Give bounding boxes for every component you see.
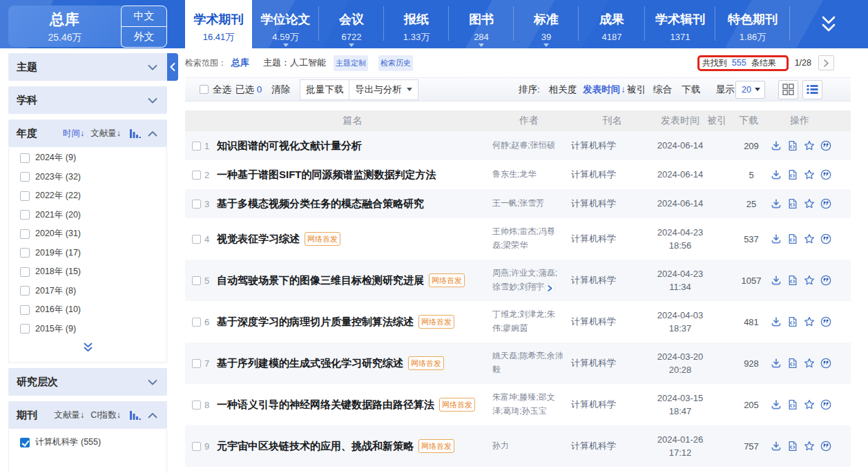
- chevron-down-icon[interactable]: [148, 379, 157, 385]
- filter-panel-year-header[interactable]: 年度 时间↓ 文献量↓: [8, 119, 167, 147]
- lang-tab-foreign[interactable]: 外文: [121, 26, 167, 48]
- list-view-button[interactable]: [802, 80, 822, 99]
- sort-option-综合[interactable]: 综合: [653, 84, 672, 96]
- checkbox[interactable]: [20, 248, 30, 258]
- database-tab-图书[interactable]: 图书 284: [449, 0, 514, 48]
- filter-checkbox-item[interactable]: 2015年 (9): [9, 320, 166, 339]
- year-sort-by-count[interactable]: 文献量↓: [90, 128, 121, 139]
- select-all-checkbox[interactable]: [200, 85, 209, 94]
- chevron-up-icon[interactable]: [148, 412, 157, 418]
- grid-view-button[interactable]: [778, 80, 798, 99]
- collect-star-icon[interactable]: [804, 441, 815, 452]
- checkbox[interactable]: [20, 172, 30, 182]
- sort-option-相关度[interactable]: 相关度: [549, 84, 577, 96]
- database-tab-特色期刊[interactable]: 特色期刊 1.86万: [715, 0, 790, 48]
- article-title-link[interactable]: 自动驾驶场景下的图像三维目标检测研究进展: [217, 273, 424, 287]
- clear-selection-button[interactable]: 清除: [271, 84, 290, 96]
- select-all-control[interactable]: 全选: [200, 84, 231, 96]
- row-checkbox[interactable]: [192, 200, 201, 209]
- html-read-icon[interactable]: [787, 275, 798, 286]
- quote-icon[interactable]: [820, 140, 831, 151]
- checkbox[interactable]: [20, 191, 30, 201]
- download-icon[interactable]: [771, 399, 782, 410]
- filter-checkbox-item[interactable]: 2022年 (22): [9, 186, 166, 206]
- chevron-down-icon[interactable]: [148, 97, 157, 104]
- next-page-button[interactable]: [818, 55, 834, 70]
- chevron-up-icon[interactable]: [148, 131, 157, 137]
- quote-icon[interactable]: [820, 441, 831, 452]
- quote-icon[interactable]: [820, 358, 831, 369]
- journal-link[interactable]: 计算机科学: [571, 233, 653, 245]
- authors-cell[interactable]: 孙力: [487, 439, 571, 453]
- checkbox[interactable]: [20, 286, 30, 296]
- scope-value[interactable]: 总库: [231, 57, 249, 69]
- download-icon[interactable]: [771, 233, 782, 244]
- journal-link[interactable]: 计算机科学: [571, 168, 653, 181]
- expand-more-years-button[interactable]: [9, 338, 166, 356]
- html-read-icon[interactable]: [787, 169, 798, 180]
- html-read-icon[interactable]: [787, 399, 798, 410]
- filter-panel-topic-header[interactable]: 主题: [8, 53, 167, 81]
- authors-cell[interactable]: 周燕;许业文;蒲磊; 徐雪妙;刘翔宇: [487, 267, 571, 294]
- filter-checkbox-item[interactable]: 2016年 (10): [9, 300, 166, 320]
- article-title-link[interactable]: 一种基于谱图SIFT的同源频谱监测数据判定方法: [217, 168, 436, 182]
- database-tab-学术期刊[interactable]: 学术期刊 16.41万: [185, 0, 252, 48]
- lang-tab-chinese[interactable]: 中文: [121, 6, 167, 27]
- download-icon[interactable]: [771, 316, 782, 327]
- download-icon[interactable]: [771, 198, 782, 209]
- download-icon[interactable]: [771, 275, 782, 286]
- filter-checkbox-item[interactable]: 2023年 (32): [9, 168, 166, 187]
- quote-icon[interactable]: [820, 198, 831, 209]
- article-title-link[interactable]: 基于深度学习的病理切片质量控制算法综述: [217, 315, 414, 329]
- download-icon[interactable]: [771, 169, 782, 180]
- journal-link[interactable]: 计算机科学: [571, 316, 653, 328]
- journal-sort-by-ci[interactable]: CI指数↓: [90, 409, 121, 421]
- filter-panel-journal-header[interactable]: 期刊 文献量↓ CI指数↓: [8, 401, 167, 429]
- html-read-icon[interactable]: [787, 198, 798, 209]
- checkbox[interactable]: [20, 324, 30, 334]
- collect-star-icon[interactable]: [804, 316, 815, 327]
- quote-icon[interactable]: [820, 233, 831, 244]
- checkbox[interactable]: [20, 229, 30, 239]
- collect-star-icon[interactable]: [804, 169, 815, 180]
- article-title-link[interactable]: 基于序列建模的生成式强化学习研究综述: [217, 356, 403, 370]
- search-history-button[interactable]: 检索历史: [378, 55, 413, 71]
- article-title-link[interactable]: 视觉表征学习综述: [217, 232, 300, 246]
- database-tab-学位论文[interactable]: 学位论文 4.59万: [252, 0, 319, 48]
- download-icon[interactable]: [771, 358, 782, 369]
- year-chart-icon[interactable]: [130, 129, 141, 138]
- article-title-link[interactable]: 基于多模态视频分类任务的模态融合策略研究: [217, 197, 424, 211]
- topic-custom-button[interactable]: 主题定制: [334, 55, 368, 71]
- html-read-icon[interactable]: [787, 441, 798, 452]
- article-title-link[interactable]: 知识图谱的可视化文献计量分析: [217, 139, 362, 153]
- authors-cell[interactable]: 姚天磊;陈希亮;余沛 毅: [487, 349, 571, 377]
- filter-checkbox-item[interactable]: 2019年 (17): [9, 244, 166, 263]
- filter-checkbox-item[interactable]: 2021年 (20): [9, 206, 166, 225]
- row-checkbox[interactable]: [192, 235, 201, 244]
- more-authors-button[interactable]: [545, 283, 555, 293]
- database-tab-学术辑刊[interactable]: 学术辑刊 1371: [645, 0, 715, 48]
- journal-link[interactable]: 计算机科学: [571, 139, 653, 152]
- authors-cell[interactable]: 朱富坤;滕臻;邵文 泽;葛琦;孙玉宝: [487, 391, 571, 418]
- collect-star-icon[interactable]: [804, 198, 815, 209]
- journal-chart-icon[interactable]: [130, 411, 141, 420]
- filter-checkbox-item[interactable]: 计算机科学 (555): [9, 433, 166, 452]
- filter-panel-level-header[interactable]: 研究层次: [8, 368, 167, 396]
- journal-link[interactable]: 计算机科学: [571, 274, 653, 287]
- sort-option-被引[interactable]: 被引: [627, 84, 646, 96]
- sort-option-下载[interactable]: 下载: [682, 84, 700, 96]
- journal-link[interactable]: 计算机科学: [571, 398, 653, 411]
- collect-star-icon[interactable]: [804, 233, 815, 244]
- collect-star-icon[interactable]: [804, 140, 815, 151]
- database-tab-标准[interactable]: 标准 39: [514, 0, 579, 48]
- journal-sort-by-count[interactable]: 文献量↓: [55, 409, 85, 421]
- journal-link[interactable]: 计算机科学: [571, 357, 653, 369]
- journal-link[interactable]: 计算机科学: [571, 440, 653, 452]
- row-checkbox[interactable]: [192, 359, 201, 368]
- filter-checkbox-item[interactable]: 2024年 (9): [9, 148, 166, 168]
- html-read-icon[interactable]: [787, 233, 798, 244]
- collect-star-icon[interactable]: [804, 358, 815, 369]
- html-read-icon[interactable]: [787, 140, 798, 151]
- row-checkbox[interactable]: [192, 142, 201, 151]
- row-checkbox[interactable]: [192, 318, 201, 327]
